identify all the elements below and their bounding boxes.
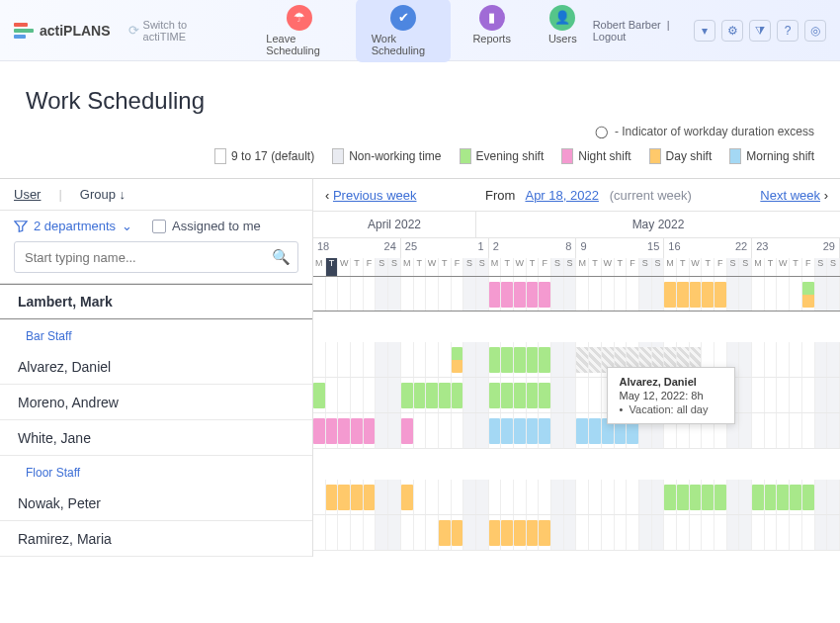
day-cell[interactable]	[551, 277, 564, 311]
day-cell[interactable]	[401, 277, 414, 311]
day-cell[interactable]	[765, 480, 778, 514]
day-cell[interactable]	[802, 480, 815, 514]
logout-link[interactable]: Logout	[593, 31, 627, 43]
day-cell[interactable]	[414, 277, 427, 311]
day-cell[interactable]	[739, 413, 752, 448]
day-cell[interactable]	[652, 277, 665, 311]
day-cell[interactable]	[351, 515, 364, 550]
day-cell[interactable]	[351, 480, 364, 514]
logo[interactable]: actiPLANS	[14, 23, 111, 39]
day-cell[interactable]	[664, 277, 677, 311]
day-cell[interactable]	[539, 277, 551, 311]
day-cell[interactable]	[364, 515, 377, 550]
sort-by-user[interactable]: User	[14, 187, 41, 202]
day-cell[interactable]	[589, 277, 602, 311]
day-cell[interactable]	[401, 378, 414, 412]
help-icon[interactable]: ?	[777, 20, 798, 42]
day-cell[interactable]	[827, 378, 840, 412]
day-cell[interactable]	[527, 342, 540, 377]
day-cell[interactable]	[489, 515, 502, 550]
day-cell[interactable]	[639, 515, 652, 550]
calendar-icon[interactable]: ▾	[694, 20, 715, 42]
day-cell[interactable]	[539, 515, 551, 550]
day-cell[interactable]	[802, 378, 815, 412]
day-cell[interactable]	[639, 277, 652, 311]
day-cell[interactable]	[827, 413, 840, 448]
day-cell[interactable]	[527, 378, 540, 412]
day-cell[interactable]	[777, 342, 790, 377]
day-cell[interactable]	[388, 413, 401, 448]
day-cell[interactable]	[752, 480, 765, 514]
day-cell[interactable]	[452, 277, 464, 311]
day-cell[interactable]	[765, 515, 778, 550]
day-cell[interactable]	[426, 413, 439, 448]
day-cell[interactable]	[627, 480, 639, 514]
day-cell[interactable]	[790, 413, 802, 448]
day-cell[interactable]	[589, 480, 602, 514]
day-cell[interactable]	[313, 515, 326, 550]
day-cell[interactable]	[338, 378, 351, 412]
day-cell[interactable]	[827, 277, 840, 311]
day-cell[interactable]	[815, 378, 828, 412]
day-cell[interactable]	[589, 378, 602, 412]
day-cell[interactable]	[326, 413, 339, 448]
day-cell[interactable]	[677, 480, 690, 514]
day-cell[interactable]	[364, 480, 377, 514]
day-cell[interactable]	[790, 480, 802, 514]
day-cell[interactable]	[777, 515, 790, 550]
day-cell[interactable]	[790, 378, 802, 412]
day-cell[interactable]	[702, 515, 714, 550]
day-cell[interactable]	[452, 515, 464, 550]
day-cell[interactable]	[690, 277, 703, 311]
day-cell[interactable]	[827, 480, 840, 514]
day-cell[interactable]	[364, 277, 377, 311]
day-cell[interactable]	[664, 480, 677, 514]
date-picker[interactable]: Apr 18, 2022	[525, 188, 598, 203]
day-cell[interactable]	[602, 277, 615, 311]
day-cell[interactable]	[765, 342, 778, 377]
day-cell[interactable]	[777, 378, 790, 412]
day-cell[interactable]	[313, 378, 326, 412]
day-cell[interactable]	[364, 413, 377, 448]
day-cell[interactable]	[752, 413, 765, 448]
day-cell[interactable]	[815, 342, 828, 377]
day-cell[interactable]	[752, 342, 765, 377]
day-cell[interactable]	[514, 480, 527, 514]
day-cell[interactable]	[514, 342, 527, 377]
nav-work[interactable]: ✔ Work Scheduling	[356, 0, 452, 62]
day-cell[interactable]	[615, 515, 628, 550]
nav-leave[interactable]: ☂ Leave Scheduling	[250, 0, 349, 62]
day-cell[interactable]	[489, 378, 502, 412]
day-cell[interactable]	[527, 413, 540, 448]
day-cell[interactable]	[414, 515, 427, 550]
day-cell[interactable]	[338, 515, 351, 550]
day-cell[interactable]	[702, 277, 714, 311]
day-cell[interactable]	[501, 515, 514, 550]
next-week[interactable]: Next week ›	[760, 188, 828, 203]
day-cell[interactable]	[426, 480, 439, 514]
day-cell[interactable]	[501, 342, 514, 377]
day-cell[interactable]	[376, 480, 388, 514]
day-cell[interactable]	[802, 413, 815, 448]
day-cell[interactable]	[702, 480, 714, 514]
day-cell[interactable]	[652, 515, 665, 550]
day-cell[interactable]	[815, 480, 828, 514]
day-cell[interactable]	[576, 515, 589, 550]
day-cell[interactable]	[414, 480, 427, 514]
day-cell[interactable]	[752, 515, 765, 550]
day-cell[interactable]	[602, 515, 615, 550]
day-cell[interactable]	[827, 515, 840, 550]
day-cell[interactable]	[439, 515, 452, 550]
day-cell[interactable]	[376, 342, 388, 377]
day-cell[interactable]	[326, 277, 339, 311]
day-cell[interactable]	[714, 515, 727, 550]
switch-link[interactable]: Switch to actiTIME	[128, 19, 223, 43]
day-cell[interactable]	[439, 480, 452, 514]
day-cell[interactable]	[338, 480, 351, 514]
search-input[interactable]	[14, 241, 298, 273]
day-cell[interactable]	[765, 413, 778, 448]
day-cell[interactable]	[414, 342, 427, 377]
day-cell[interactable]	[576, 413, 589, 448]
day-cell[interactable]	[501, 378, 514, 412]
day-cell[interactable]	[777, 413, 790, 448]
